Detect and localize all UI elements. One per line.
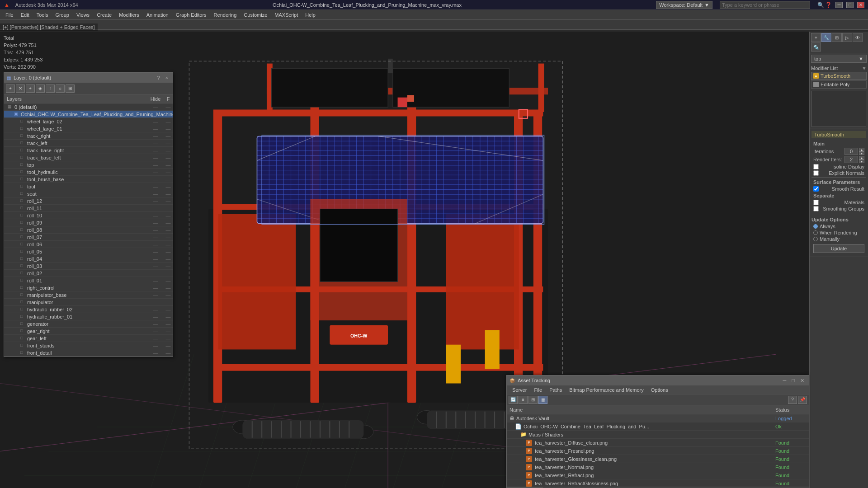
layer-row-hide[interactable]: —	[147, 263, 164, 269]
layer-row-f[interactable]: —	[164, 191, 173, 197]
layer-row-f[interactable]: —	[164, 256, 173, 262]
menu-item-modifiers[interactable]: Modifiers	[115, 11, 143, 19]
rp-modify-icon[interactable]: 🔧	[821, 33, 831, 42]
layer-row-f[interactable]: —	[164, 227, 173, 233]
layer-row[interactable]: □roll_04——	[4, 255, 173, 263]
update-rendering-radio[interactable]	[813, 230, 818, 235]
layer-row[interactable]: □roll_06——	[4, 241, 173, 248]
menu-item-edit[interactable]: Edit	[17, 11, 33, 19]
layer-row-f[interactable]: —	[164, 321, 173, 327]
layer-row-hide[interactable]: —	[147, 104, 164, 110]
layer-row-f[interactable]: —	[164, 119, 173, 124]
lp-props-btn[interactable]: ⊞	[66, 84, 75, 93]
asset-panel-close-btn[interactable]: ✕	[798, 378, 806, 384]
layer-row-f[interactable]: —	[164, 177, 173, 182]
layer-row[interactable]: □seat——	[4, 190, 173, 197]
layer-row-f[interactable]: —	[164, 343, 173, 348]
layer-row-f[interactable]: —	[164, 148, 173, 153]
layer-row-hide[interactable]: —	[147, 141, 164, 146]
layer-row[interactable]: □manipulator——	[4, 299, 173, 306]
layer-row-f[interactable]: —	[164, 336, 173, 341]
asset-tb-btn3[interactable]: ⊞	[528, 396, 538, 404]
layer-row-hide[interactable]: —	[147, 314, 164, 319]
layer-row[interactable]: □roll_02——	[4, 270, 173, 277]
lp-add-btn[interactable]: +	[26, 84, 35, 93]
layer-row-f[interactable]: —	[164, 350, 173, 356]
workspace-selector[interactable]: Workspace: Default ▼	[656, 1, 712, 9]
layer-row-hide[interactable]: —	[147, 213, 164, 218]
layer-row-f[interactable]: —	[164, 328, 173, 334]
layer-row[interactable]: □roll_03——	[4, 263, 173, 270]
menu-item-file[interactable]: File	[2, 11, 17, 19]
layer-row[interactable]: □tool_hydraulic——	[4, 169, 173, 176]
layer-row[interactable]: □roll_01——	[4, 277, 173, 284]
layer-row-f[interactable]: —	[164, 162, 173, 168]
layer-row[interactable]: □track_left——	[4, 140, 173, 147]
layer-row[interactable]: □track_base_left——	[4, 154, 173, 161]
layer-row-hide[interactable]: —	[147, 206, 164, 211]
menu-item-group[interactable]: Group	[52, 11, 73, 19]
asset-tb-btn2[interactable]: ≡	[519, 396, 528, 404]
rp-utilities-icon[interactable]: 🔩	[811, 42, 821, 52]
layer-row[interactable]: □front_detail——	[4, 349, 173, 357]
layer-row-hide[interactable]: —	[147, 256, 164, 262]
layer-row-hide[interactable]: —	[147, 242, 164, 247]
layer-row[interactable]: □roll_07——	[4, 234, 173, 241]
layer-row-f[interactable]: —	[164, 198, 173, 204]
layer-row-f[interactable]: —	[164, 220, 173, 225]
layer-row[interactable]: □wheel_large_01——	[4, 125, 173, 132]
layer-row-hide[interactable]: —	[147, 350, 164, 356]
layer-row[interactable]: □roll_10——	[4, 212, 173, 219]
layer-row[interactable]: □roll_11——	[4, 205, 173, 212]
layer-row[interactable]: ▣Ochiai_OHC-W_Combine_Tea_Leaf_Plucking_…	[4, 111, 173, 118]
minimize-btn[interactable]: ─	[835, 2, 843, 8]
layer-row[interactable]: □top——	[4, 161, 173, 169]
layer-panel-close-btn[interactable]: ×	[164, 75, 170, 80]
asset-table-body[interactable]: 🏛Autodesk VaultLogged📄Ochiai_OHC-W_Combi…	[507, 414, 809, 487]
layer-row-hide[interactable]: —	[147, 227, 164, 233]
layer-row[interactable]: □front_stands——	[4, 342, 173, 349]
layer-row[interactable]: □roll_08——	[4, 226, 173, 234]
layer-row-hide[interactable]: —	[147, 343, 164, 348]
layer-row-f[interactable]: —	[164, 249, 173, 254]
lp-highlight-btn[interactable]: ☼	[56, 84, 65, 93]
asset-tb-help-btn[interactable]: ?	[788, 396, 797, 404]
asset-tb-btn4[interactable]: ▦	[538, 396, 547, 404]
layer-row-f[interactable]: —	[164, 271, 173, 276]
layer-row[interactable]: □roll_12——	[4, 197, 173, 205]
layer-row-hide[interactable]: —	[147, 292, 164, 298]
asset-menu-item-server[interactable]: Server	[509, 386, 530, 394]
search-icon[interactable]: 🔍	[817, 2, 824, 8]
ts-isoline-checkbox[interactable]	[813, 164, 819, 169]
menu-item-customize[interactable]: Customize	[240, 11, 271, 19]
layer-row[interactable]: □manipulator_base——	[4, 291, 173, 299]
modifier-list-dropdown-arrow[interactable]: ▼	[862, 66, 867, 71]
lp-new-btn[interactable]: +	[6, 84, 15, 93]
layer-row-f[interactable]: —	[164, 169, 173, 175]
asset-table-row[interactable]: 📄Ochiai_OHC-W_Combine_Tea_Leaf_Plucking_…	[507, 422, 809, 431]
layer-row-hide[interactable]: —	[147, 336, 164, 341]
layer-row-f[interactable]: —	[164, 133, 173, 139]
ts-iterations-down[interactable]: ▼	[859, 151, 864, 155]
layer-row-hide[interactable]: —	[147, 249, 164, 254]
layer-row-f[interactable]: —	[164, 126, 173, 131]
layer-row-hide[interactable]: —	[147, 184, 164, 189]
rp-create-icon[interactable]: +	[811, 33, 821, 42]
layer-row-f[interactable]: —	[164, 307, 173, 312]
layer-row[interactable]: □hydraulic_rubber_02——	[4, 306, 173, 313]
asset-menu-item-options[interactable]: Options	[647, 386, 672, 394]
ts-materials-checkbox[interactable]	[813, 200, 819, 205]
layer-row[interactable]: □roll_09——	[4, 219, 173, 226]
layer-row-f[interactable]: —	[164, 141, 173, 146]
layer-row-hide[interactable]: —	[147, 220, 164, 225]
ts-renderiters-up[interactable]: ▲	[859, 156, 864, 160]
ts-explicit-checkbox[interactable]	[813, 170, 819, 176]
layer-row-hide[interactable]: —	[147, 235, 164, 240]
help-icon[interactable]: ❓	[825, 2, 832, 8]
asset-table-row[interactable]: Ptea_harvester_Diffuse_clean.pngFound	[507, 439, 809, 447]
asset-menu-item-paths[interactable]: Paths	[546, 386, 566, 394]
menu-item-tools[interactable]: Tools	[33, 11, 52, 19]
layer-row[interactable]: □track_right——	[4, 132, 173, 140]
layer-row[interactable]: □track_base_right——	[4, 147, 173, 154]
asset-tb-btn1[interactable]: 🔄	[509, 396, 518, 404]
